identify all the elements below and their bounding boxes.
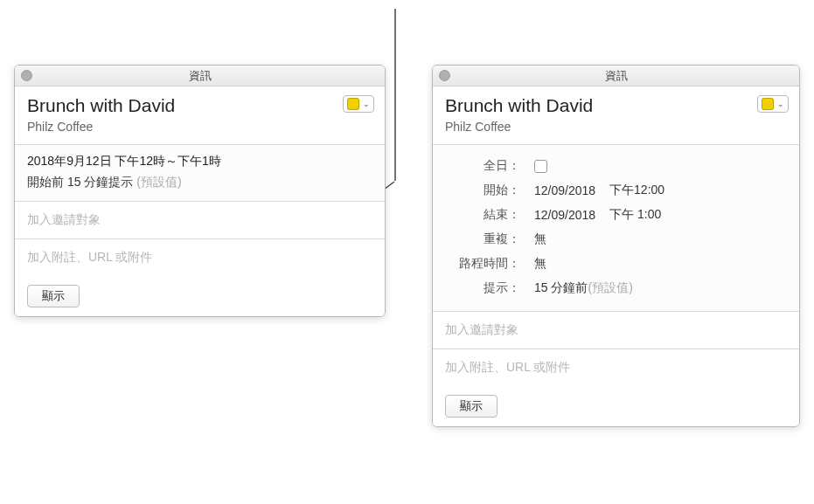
show-button[interactable]: 顯示 bbox=[27, 285, 80, 307]
repeat-value[interactable]: 無 bbox=[534, 231, 546, 247]
row-all-day: 全日： bbox=[445, 154, 787, 178]
notes-field[interactable]: 加入附註、URL 或附件 bbox=[433, 349, 799, 386]
label-travel: 路程時間： bbox=[445, 256, 524, 272]
label-start: 開始： bbox=[445, 183, 524, 198]
chevron-down-icon: ⌄ bbox=[363, 100, 370, 108]
event-location[interactable]: Philz Coffee bbox=[27, 120, 372, 134]
datetime-detail-section: 全日： 開始： 12/09/2018 下午12:00 結束： 12/09/201… bbox=[433, 145, 799, 312]
chevron-down-icon: ⌄ bbox=[777, 100, 784, 108]
color-swatch-icon bbox=[762, 98, 774, 110]
row-alert: 提示： 15 分鐘前 (預設值) bbox=[445, 276, 787, 300]
label-end: 結束： bbox=[445, 207, 524, 223]
titlebar: 資訊 bbox=[433, 66, 799, 86]
start-time[interactable]: 下午12:00 bbox=[609, 183, 664, 198]
end-date[interactable]: 12/09/2018 bbox=[534, 208, 595, 222]
row-repeat: 重複： 無 bbox=[445, 227, 787, 252]
row-end: 結束： 12/09/2018 下午 1:00 bbox=[445, 203, 787, 227]
event-location[interactable]: Philz Coffee bbox=[445, 120, 787, 134]
alert-default-text: (預設值) bbox=[588, 280, 632, 296]
alarm-summary: 開始前 15 分鐘提示 (預設值) bbox=[27, 175, 372, 190]
row-start: 開始： 12/09/2018 下午12:00 bbox=[445, 178, 787, 203]
header: Brunch with David Philz Coffee ⌄ bbox=[15, 86, 385, 145]
datetime-summary: 2018年9月12日 下午12時～下午1時 bbox=[27, 154, 372, 169]
show-button[interactable]: 顯示 bbox=[445, 395, 497, 418]
datetime-section[interactable]: 2018年9月12日 下午12時～下午1時 開始前 15 分鐘提示 (預設值) bbox=[15, 145, 385, 202]
header: Brunch with David Philz Coffee ⌄ bbox=[433, 86, 799, 145]
travel-value[interactable]: 無 bbox=[534, 256, 546, 272]
window-title: 資訊 bbox=[15, 68, 385, 84]
close-icon[interactable] bbox=[439, 70, 450, 81]
start-date[interactable]: 12/09/2018 bbox=[534, 183, 595, 197]
event-title[interactable]: Brunch with David bbox=[445, 95, 787, 116]
alarm-default-text: (預設值) bbox=[136, 175, 181, 189]
invitees-field[interactable]: 加入邀請對象 bbox=[15, 202, 385, 239]
event-info-window-collapsed: 資訊 Brunch with David Philz Coffee ⌄ 2018… bbox=[14, 65, 386, 317]
notes-field[interactable]: 加入附註、URL 或附件 bbox=[15, 239, 385, 276]
end-time[interactable]: 下午 1:00 bbox=[609, 207, 661, 223]
event-info-window-expanded: 資訊 Brunch with David Philz Coffee ⌄ 全日： … bbox=[432, 65, 800, 427]
label-all-day: 全日： bbox=[445, 158, 524, 174]
row-travel: 路程時間： 無 bbox=[445, 252, 787, 276]
titlebar: 資訊 bbox=[15, 66, 385, 86]
calendar-color-picker[interactable]: ⌄ bbox=[343, 95, 374, 113]
footer: 顯示 bbox=[433, 386, 799, 426]
alert-value[interactable]: 15 分鐘前 bbox=[534, 280, 588, 296]
alarm-text: 開始前 15 分鐘提示 bbox=[27, 175, 136, 189]
close-icon[interactable] bbox=[21, 70, 32, 81]
all-day-checkbox[interactable] bbox=[534, 160, 547, 173]
window-title: 資訊 bbox=[433, 68, 799, 84]
label-repeat: 重複： bbox=[445, 231, 524, 247]
footer: 顯示 bbox=[15, 276, 385, 316]
label-alert: 提示： bbox=[445, 280, 524, 296]
invitees-field[interactable]: 加入邀請對象 bbox=[433, 312, 799, 349]
event-title[interactable]: Brunch with David bbox=[27, 95, 372, 116]
calendar-color-picker[interactable]: ⌄ bbox=[757, 95, 789, 113]
color-swatch-icon bbox=[347, 98, 359, 110]
